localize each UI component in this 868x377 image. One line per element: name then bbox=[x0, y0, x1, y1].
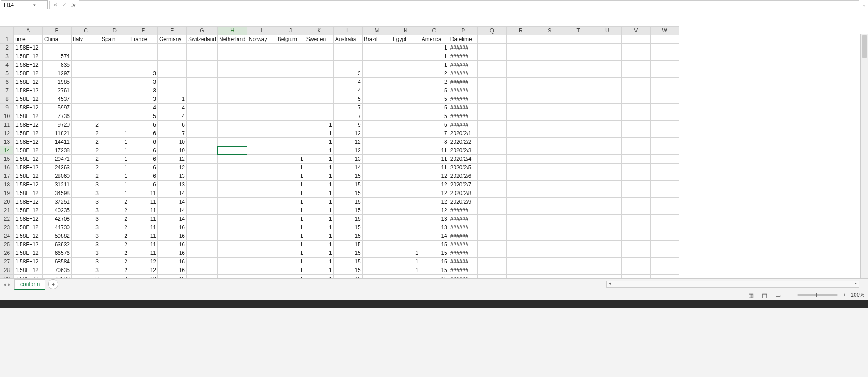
cell[interactable] bbox=[187, 146, 218, 155]
column-header[interactable]: O bbox=[420, 27, 449, 35]
cell[interactable] bbox=[362, 44, 391, 52]
cell[interactable]: 8 bbox=[420, 138, 449, 146]
cell[interactable] bbox=[247, 206, 276, 215]
cell[interactable] bbox=[247, 78, 276, 86]
cell[interactable]: 2 bbox=[100, 266, 129, 275]
zoom-label[interactable]: 100% bbox=[850, 292, 864, 298]
column-header[interactable]: B bbox=[43, 27, 72, 35]
cell[interactable]: 15 bbox=[420, 266, 449, 275]
cell[interactable]: 6 bbox=[129, 146, 158, 155]
cell[interactable] bbox=[477, 52, 506, 61]
cell[interactable] bbox=[333, 52, 362, 61]
cell[interactable] bbox=[650, 164, 679, 172]
cell[interactable] bbox=[187, 44, 218, 52]
cell[interactable] bbox=[621, 95, 650, 104]
cell[interactable]: 14 bbox=[158, 189, 187, 198]
cell[interactable] bbox=[362, 146, 391, 155]
cell[interactable] bbox=[247, 69, 276, 78]
cell[interactable] bbox=[187, 275, 218, 279]
cell[interactable]: 2 bbox=[72, 121, 100, 129]
cell[interactable]: 1.58E+12 bbox=[14, 249, 43, 258]
row-header[interactable]: 20 bbox=[0, 198, 14, 206]
cell[interactable]: 1 bbox=[100, 155, 129, 164]
cell[interactable]: 31211 bbox=[43, 181, 72, 189]
cell[interactable]: 1 bbox=[276, 181, 305, 189]
cell[interactable]: ###### bbox=[449, 44, 477, 52]
cell[interactable]: 11 bbox=[420, 155, 449, 164]
cell[interactable]: 4 bbox=[333, 78, 362, 86]
cell[interactable] bbox=[477, 181, 506, 189]
cell[interactable] bbox=[564, 129, 593, 138]
cell[interactable] bbox=[535, 35, 564, 44]
cell[interactable]: 34598 bbox=[43, 189, 72, 198]
cell[interactable]: 2 bbox=[100, 241, 129, 249]
cell[interactable] bbox=[477, 61, 506, 69]
cell[interactable] bbox=[564, 146, 593, 155]
cell[interactable]: 10 bbox=[158, 146, 187, 155]
cell[interactable] bbox=[391, 215, 420, 223]
cell[interactable] bbox=[621, 129, 650, 138]
cell[interactable]: 15 bbox=[333, 206, 362, 215]
cell[interactable] bbox=[621, 104, 650, 112]
cell[interactable] bbox=[276, 121, 305, 129]
row-header[interactable]: 7 bbox=[0, 86, 14, 95]
row-header[interactable]: 1 bbox=[0, 35, 14, 44]
cell[interactable]: ###### bbox=[449, 232, 477, 241]
cell[interactable] bbox=[564, 189, 593, 198]
cell[interactable] bbox=[593, 164, 621, 172]
column-header[interactable]: W bbox=[650, 27, 679, 35]
cell[interactable] bbox=[506, 121, 535, 129]
cell[interactable]: 3 bbox=[72, 181, 100, 189]
cell[interactable]: 6 bbox=[420, 121, 449, 129]
cell[interactable] bbox=[305, 78, 333, 86]
cell[interactable]: 37251 bbox=[43, 198, 72, 206]
cell[interactable] bbox=[247, 275, 276, 279]
cell[interactable] bbox=[564, 266, 593, 275]
cell[interactable] bbox=[305, 86, 333, 95]
cell[interactable] bbox=[391, 44, 420, 52]
column-header[interactable]: C bbox=[72, 27, 100, 35]
cell[interactable] bbox=[650, 95, 679, 104]
chevron-down-icon[interactable]: ▾ bbox=[24, 3, 45, 7]
row-header[interactable]: 3 bbox=[0, 52, 14, 61]
cell[interactable] bbox=[506, 181, 535, 189]
cell[interactable]: Italy bbox=[72, 35, 100, 44]
cell[interactable]: 1 bbox=[276, 275, 305, 279]
cell[interactable]: 28060 bbox=[43, 172, 72, 181]
cell[interactable] bbox=[535, 61, 564, 69]
row-header[interactable]: 15 bbox=[0, 155, 14, 164]
row-header[interactable]: 12 bbox=[0, 129, 14, 138]
cell[interactable] bbox=[593, 35, 621, 44]
cell[interactable]: 3 bbox=[72, 249, 100, 258]
cell[interactable] bbox=[477, 266, 506, 275]
cell[interactable]: ###### bbox=[449, 223, 477, 232]
cell[interactable]: 1 bbox=[305, 121, 333, 129]
cell[interactable]: 5 bbox=[420, 86, 449, 95]
cell[interactable]: 2 bbox=[72, 138, 100, 146]
cell[interactable] bbox=[564, 258, 593, 266]
cell[interactable] bbox=[650, 104, 679, 112]
cell[interactable] bbox=[218, 112, 247, 121]
cell[interactable] bbox=[72, 86, 100, 95]
cell[interactable]: Datetime bbox=[449, 35, 477, 44]
cell[interactable]: 2 bbox=[100, 223, 129, 232]
column-header[interactable]: M bbox=[362, 27, 391, 35]
cell[interactable] bbox=[593, 129, 621, 138]
row-header[interactable]: 11 bbox=[0, 121, 14, 129]
tab-prev-icon[interactable]: ◂ bbox=[4, 282, 6, 287]
cell[interactable] bbox=[621, 86, 650, 95]
cell[interactable] bbox=[247, 129, 276, 138]
cell[interactable] bbox=[477, 69, 506, 78]
cell[interactable] bbox=[129, 61, 158, 69]
cell[interactable]: 15 bbox=[333, 198, 362, 206]
cell[interactable] bbox=[535, 181, 564, 189]
cell[interactable] bbox=[362, 121, 391, 129]
spreadsheet-grid[interactable]: ABCDEFGHIJKLMNOPQRSTUVW1timeChinaItalySp… bbox=[0, 26, 868, 279]
cell[interactable]: 15 bbox=[333, 215, 362, 223]
cell[interactable] bbox=[621, 198, 650, 206]
cell[interactable] bbox=[621, 138, 650, 146]
cell[interactable] bbox=[247, 61, 276, 69]
cell[interactable]: 1 bbox=[100, 146, 129, 155]
cell[interactable] bbox=[506, 61, 535, 69]
cell[interactable]: 7 bbox=[420, 129, 449, 138]
